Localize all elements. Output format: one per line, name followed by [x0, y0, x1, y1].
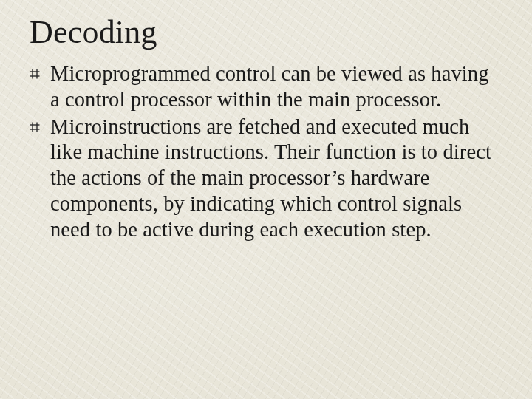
slide: Decoding Microprogrammed control can be …: [0, 0, 532, 399]
list-item: Microprogrammed control can be viewed as…: [30, 61, 495, 113]
content-area: Microprogrammed control can be viewed as…: [30, 61, 495, 242]
crosshatch-bullet-icon: [30, 61, 50, 79]
page-title: Decoding: [30, 13, 532, 51]
list-item: Microinstructions are fetched and execut…: [30, 115, 495, 243]
bullet-text: Microprogrammed control can be viewed as…: [50, 61, 495, 113]
bullet-text: Microinstructions are fetched and execut…: [50, 115, 495, 243]
crosshatch-bullet-icon: [30, 115, 50, 132]
